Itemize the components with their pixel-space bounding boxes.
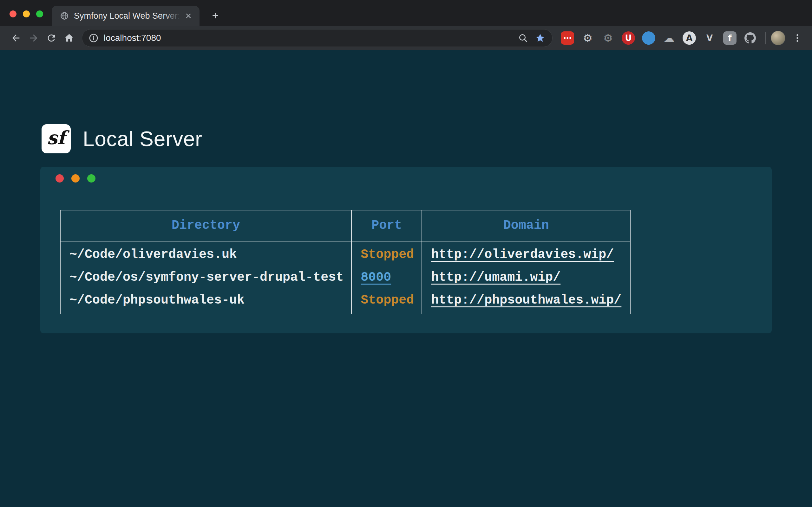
brand-header: sf Local Server (42, 124, 202, 153)
port-link[interactable]: 8000 (361, 270, 391, 285)
symfony-local-server-page: sf Local Server Directory Port Domain (0, 50, 812, 507)
directory-cell: ~/Code/os/symfony-server-drupal-test (60, 266, 351, 289)
window-close-button[interactable] (9, 10, 16, 17)
tab-title-wrap: Symfony Local Web Server: Prox (74, 10, 181, 21)
panel-red-dot (55, 174, 64, 182)
toolbar-separator (765, 32, 766, 44)
port-status: Stopped (351, 289, 422, 314)
tab-close-icon[interactable] (183, 10, 194, 21)
ublock-extension-icon[interactable]: U (622, 32, 635, 45)
table-row: ~/Code/oliverdavies.uk Stopped http://ol… (60, 241, 630, 266)
back-button[interactable] (7, 29, 25, 47)
table-header-row: Directory Port Domain (60, 210, 630, 241)
domain-link[interactable]: http://oliverdavies.wip/ (431, 247, 614, 262)
extensions-area: ⋯ ⚙ ⚙ U ☁ A V f (561, 32, 757, 45)
tab-strip: Symfony Local Web Server: Prox (0, 0, 812, 26)
address-bar[interactable]: localhost:7080 (82, 29, 553, 47)
v-extension-icon[interactable]: V (703, 32, 716, 45)
extension-glyph: A (686, 34, 693, 42)
bookmark-star-icon[interactable] (534, 32, 547, 44)
port-status: Stopped (351, 241, 422, 266)
domain-link[interactable]: http://phpsouthwales.wip/ (431, 293, 621, 307)
gear-extension-icon[interactable]: ⚙ (581, 32, 595, 45)
panel-orange-dot (71, 174, 80, 182)
browser-toolbar: localhost:7080 ⋯ ⚙ ⚙ U (0, 26, 812, 50)
url-input[interactable]: localhost:7080 (104, 33, 512, 43)
extension-glyph: ☁ (664, 33, 674, 43)
zoom-indicator-icon[interactable] (517, 32, 529, 44)
column-header-domain: Domain (422, 210, 630, 241)
browser-window: Symfony Local Web Server: Prox (0, 0, 812, 50)
table-row: ~/Code/os/symfony-server-drupal-test 800… (60, 266, 630, 289)
directory-cell: ~/Code/oliverdavies.uk (60, 241, 351, 266)
browser-menu-button[interactable] (790, 31, 805, 46)
column-header-port: Port (351, 210, 422, 241)
domain-link[interactable]: http://umami.wip/ (431, 270, 560, 285)
profile-avatar[interactable] (771, 31, 785, 45)
extension-glyph: U (625, 34, 631, 42)
globe-favicon-icon (60, 11, 69, 20)
panel-green-dot (87, 174, 96, 182)
window-minimize-button[interactable] (23, 10, 30, 17)
servers-table: Directory Port Domain ~/Code/oliverdavie… (60, 210, 630, 314)
home-button[interactable] (60, 29, 78, 47)
letter-a-extension-icon[interactable]: A (682, 32, 696, 45)
gray-square-extension-icon[interactable]: f (723, 32, 737, 45)
blue-circle-extension-icon[interactable] (642, 32, 655, 45)
extension-glyph: ⋯ (563, 34, 571, 42)
column-header-directory: Directory (60, 210, 351, 241)
octocat-icon (745, 32, 756, 44)
browser-tab[interactable]: Symfony Local Web Server: Prox (52, 6, 200, 26)
symfony-logo-text: sf (47, 127, 65, 149)
new-tab-button[interactable] (208, 8, 223, 23)
site-info-icon[interactable] (89, 33, 99, 43)
extension-glyph: V (706, 34, 713, 42)
window-traffic-lights (9, 10, 43, 17)
table-row: ~/Code/phpsouthwales-uk Stopped http://p… (60, 289, 630, 314)
dark-gear-extension-icon[interactable]: ⚙ (601, 32, 615, 45)
reload-button[interactable] (43, 29, 60, 47)
symfony-logo: sf (42, 124, 71, 153)
github-extension-icon[interactable] (744, 32, 757, 45)
page-title: Local Server (83, 127, 202, 151)
cloud-extension-icon[interactable]: ☁ (662, 32, 676, 45)
red-dots-extension-icon[interactable]: ⋯ (561, 32, 574, 45)
tab-title: Symfony Local Web Server: Prox (74, 10, 181, 21)
extension-glyph: f (728, 34, 731, 42)
server-panel: Directory Port Domain ~/Code/oliverdavie… (40, 167, 772, 333)
window-zoom-button[interactable] (36, 10, 43, 17)
directory-cell: ~/Code/phpsouthwales-uk (60, 289, 351, 314)
forward-button[interactable] (25, 29, 43, 47)
extension-glyph: ⚙ (603, 33, 613, 43)
panel-traffic-dots (55, 174, 772, 182)
extension-glyph: ⚙ (583, 33, 593, 43)
